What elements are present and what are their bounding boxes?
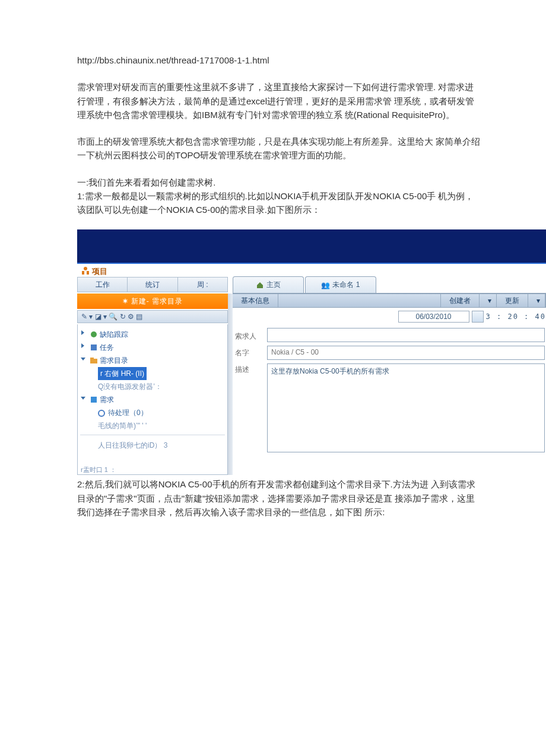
label-desc: 描述	[235, 361, 262, 378]
tree-pending[interactable]: 待处理（0）	[80, 406, 225, 419]
project-header: 项目	[81, 266, 107, 277]
left-footer-text: r盂时口 1 ：	[81, 465, 116, 474]
subtab-work[interactable]: 工作	[78, 277, 128, 292]
nav-tree[interactable]: 缺陷跟踪 任务 需求目录 r 右侧 HR- (II) Q没有电源发射器’： 需求…	[77, 324, 228, 475]
toolbar-icons[interactable]: ✎ ▾ ◪ ▾ 🔍 ↻ ⚙ ▤	[81, 312, 142, 321]
source-url: http://bbs.chinaunix.net/thread-1717008-…	[77, 53, 481, 67]
people-icon: 👥	[321, 281, 330, 289]
app-screenshot-1: 项目 工作 统订 周 : ✶新建- 需求目录 ✎ ▾ ◪ ▾ 🔍 ↻ ⚙ ▤ 缺…	[77, 229, 546, 475]
tree-misc1[interactable]: 毛线的简单)’" ' '	[80, 419, 225, 432]
left-subtabs[interactable]: 工作 统订 周 :	[77, 277, 228, 292]
name-input[interactable]: Nokia / C5 - 00	[267, 346, 545, 360]
tree-req-dir[interactable]: 需求目录	[80, 354, 225, 367]
splitter[interactable]	[228, 294, 233, 475]
home-icon	[256, 281, 264, 289]
svg-rect-0	[82, 271, 84, 275]
label-name: 名字	[235, 344, 262, 361]
tree-misc2[interactable]: 人日往我卵七的iD） 3	[80, 439, 225, 452]
label-owner: 索求人	[235, 328, 262, 344]
svg-rect-1	[87, 271, 89, 275]
form-labels: 索求人 名字 描述	[235, 328, 262, 378]
dropdown-icon[interactable]: ▾	[480, 294, 497, 307]
tree-req-dir-child[interactable]: r 右侧 HR- (II)	[80, 367, 225, 380]
left-mini-toolbar[interactable]: ✎ ▾ ◪ ▾ 🔍 ↻ ⚙ ▤	[77, 310, 228, 323]
subtab-stats[interactable]: 统订	[128, 277, 177, 292]
paragraph-4: 2:然后,我们就可以将NOKIA C5-00手机的所有开发需求都创建到这个需求目…	[77, 477, 481, 519]
svg-point-2	[84, 267, 87, 270]
date-row: 06/03/2010 3 : 20 : 40	[233, 310, 546, 323]
paragraph-1: 需求管理对研发而言的重要性这里就不多讲了，这里直接给大家探讨一下如何进行需求管理…	[77, 80, 481, 122]
new-req-dir-button[interactable]: ✶新建- 需求目录	[77, 294, 228, 309]
tree-defects[interactable]: 缺陷跟踪	[80, 328, 225, 341]
desc-textarea[interactable]: 这里存放Nokia C5-00手机的所有需求	[267, 363, 545, 452]
svg-point-3	[91, 331, 97, 337]
dropdown-icon[interactable]: ▾	[528, 294, 545, 307]
section-creator[interactable]: 创建者	[441, 294, 480, 307]
paragraph-3a: 一:我们首先来看看如何创建需求树.	[77, 176, 481, 189]
time-field[interactable]: 3 : 20 : 40	[486, 312, 546, 321]
subtab-week[interactable]: 周 :	[178, 277, 227, 292]
paragraph-3b: 1:需求一般都是以一颗需求树的形式组织的.比如以NOKIA手机开发团队开发NOK…	[77, 189, 481, 217]
svg-rect-7	[91, 397, 97, 403]
section-update[interactable]: 更新	[497, 294, 528, 307]
svg-rect-4	[91, 344, 97, 350]
tree-req-dir-child2[interactable]: Q没有电源发射器’：	[80, 380, 225, 393]
owner-input[interactable]	[267, 328, 545, 342]
section-basic[interactable]: 基本信息	[233, 294, 278, 307]
svg-rect-5	[90, 359, 97, 363]
section-bar: 基本信息 创建者 ▾ 更新 ▾	[233, 294, 546, 308]
right-tabs: 主页 👥 未命名 1	[233, 273, 546, 294]
tree-req[interactable]: 需求	[80, 393, 225, 406]
paragraph-2: 市面上的研发管理系统大都包含需求管理功能，只是在具体实现功能上有所差异。这里给大…	[77, 135, 481, 162]
svg-rect-6	[90, 358, 94, 359]
date-field[interactable]: 06/03/2010	[398, 311, 469, 323]
tree-tasks[interactable]: 任务	[80, 341, 225, 354]
svg-point-8	[99, 410, 104, 416]
tab-unnamed[interactable]: 👥 未命名 1	[305, 276, 376, 293]
tab-home[interactable]: 主页	[233, 276, 304, 293]
app-titlebar	[77, 229, 546, 264]
star-icon: ✶	[122, 297, 129, 305]
calendar-icon[interactable]	[472, 311, 484, 323]
